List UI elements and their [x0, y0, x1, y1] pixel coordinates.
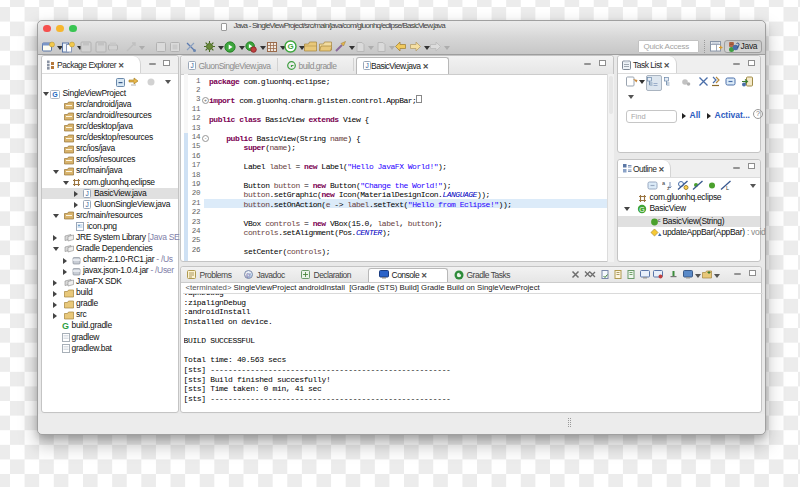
svg-text:c: c — [657, 217, 660, 223]
svg-text:L: L — [726, 185, 729, 191]
svg-text:J: J — [85, 201, 88, 208]
svg-text:@: @ — [245, 272, 251, 278]
svg-text:a: a — [662, 180, 666, 186]
svg-text:G: G — [52, 91, 58, 98]
svg-text:J: J — [190, 62, 193, 69]
svg-text:J: J — [85, 190, 88, 197]
svg-text:G: G — [287, 42, 293, 51]
svg-text:J: J — [365, 62, 368, 69]
svg-text:G: G — [639, 206, 644, 213]
